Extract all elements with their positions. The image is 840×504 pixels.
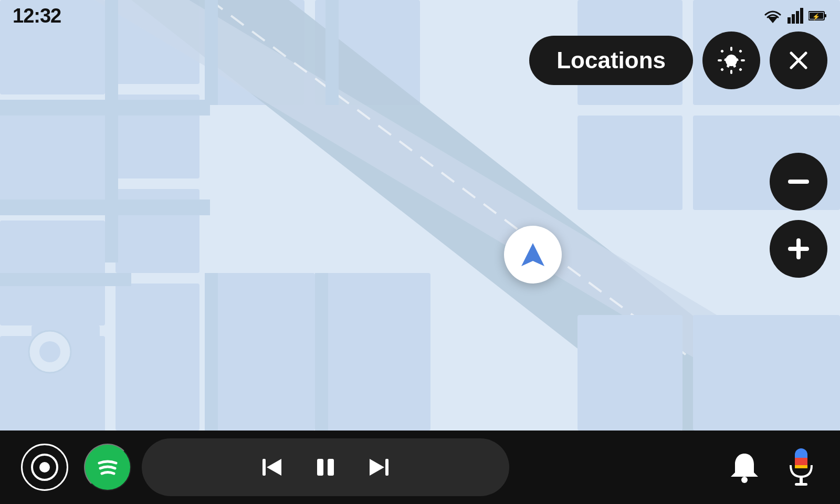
svg-marker-61 — [267, 459, 281, 476]
microphone-icon — [783, 446, 819, 488]
next-button[interactable] — [365, 454, 393, 481]
svg-rect-60 — [262, 459, 266, 476]
settings-button[interactable] — [702, 32, 760, 89]
svg-rect-8 — [116, 284, 200, 430]
home-circle-icon — [30, 453, 59, 481]
plus-icon — [788, 238, 809, 259]
svg-rect-41 — [824, 14, 826, 17]
svg-rect-64 — [385, 459, 388, 476]
svg-point-66 — [741, 477, 748, 483]
skip-forward-icon — [365, 454, 393, 481]
status-bar: 12:32 ⚡ — [0, 0, 840, 32]
signal-icon — [788, 8, 803, 24]
svg-rect-23 — [205, 273, 218, 430]
arrow-icon — [517, 239, 549, 270]
close-button[interactable] — [770, 32, 827, 89]
pause-icon — [312, 454, 339, 481]
home-button[interactable] — [21, 444, 68, 491]
media-controls[interactable] — [142, 438, 509, 496]
svg-rect-38 — [796, 11, 799, 24]
clock: 12:32 — [13, 5, 61, 27]
svg-rect-46 — [730, 70, 732, 74]
wifi-icon — [763, 8, 782, 23]
svg-rect-11 — [210, 273, 315, 430]
svg-marker-35 — [768, 17, 778, 23]
svg-point-33 — [39, 341, 60, 362]
map-view[interactable]: 12:32 ⚡ — [0, 0, 840, 430]
bottom-bar — [0, 430, 840, 504]
zoom-controls[interactable] — [770, 153, 827, 278]
svg-rect-36 — [788, 17, 791, 24]
svg-rect-45 — [730, 47, 732, 51]
bottom-left-controls[interactable] — [21, 444, 131, 491]
svg-rect-52 — [739, 68, 742, 71]
svg-marker-34 — [521, 243, 544, 266]
svg-rect-48 — [741, 59, 745, 61]
svg-rect-39 — [800, 8, 803, 24]
svg-rect-73 — [795, 483, 807, 486]
pause-button[interactable] — [312, 454, 339, 481]
status-icons: ⚡ — [763, 8, 827, 24]
svg-rect-51 — [720, 68, 724, 71]
svg-rect-62 — [317, 459, 323, 476]
close-icon — [786, 48, 811, 73]
svg-text:⚡: ⚡ — [812, 13, 820, 20]
notification-button[interactable] — [727, 449, 762, 485]
navigation-arrow — [504, 226, 562, 284]
svg-rect-55 — [788, 180, 809, 184]
battery-icon: ⚡ — [808, 10, 827, 22]
svg-rect-49 — [720, 49, 724, 53]
gear-icon — [717, 46, 746, 75]
zoom-in-button[interactable] — [770, 220, 827, 278]
svg-rect-72 — [800, 477, 803, 484]
svg-marker-65 — [370, 459, 384, 476]
microphone-button[interactable] — [783, 446, 819, 488]
bottom-right-controls[interactable] — [727, 446, 819, 488]
svg-rect-57 — [796, 238, 801, 259]
zoom-out-button[interactable] — [770, 153, 827, 211]
svg-rect-21 — [105, 0, 118, 262]
svg-rect-37 — [792, 14, 795, 24]
svg-rect-24 — [315, 273, 328, 430]
svg-rect-2 — [0, 105, 105, 210]
svg-rect-71 — [795, 465, 807, 468]
svg-rect-31 — [693, 315, 840, 430]
spotify-button[interactable] — [84, 444, 131, 491]
skip-back-icon — [258, 454, 286, 481]
top-controls[interactable]: Locations — [529, 32, 827, 89]
svg-rect-63 — [328, 459, 334, 476]
spotify-icon — [93, 453, 122, 482]
bell-icon — [727, 449, 762, 485]
svg-rect-47 — [718, 59, 722, 61]
svg-rect-20 — [0, 273, 131, 286]
previous-button[interactable] — [258, 454, 286, 481]
locations-button[interactable]: Locations — [529, 36, 693, 85]
minus-icon — [788, 180, 809, 184]
svg-rect-50 — [739, 49, 742, 53]
svg-point-59 — [39, 462, 50, 472]
svg-rect-28 — [578, 116, 682, 210]
svg-rect-12 — [326, 273, 430, 430]
svg-rect-30 — [578, 315, 682, 430]
